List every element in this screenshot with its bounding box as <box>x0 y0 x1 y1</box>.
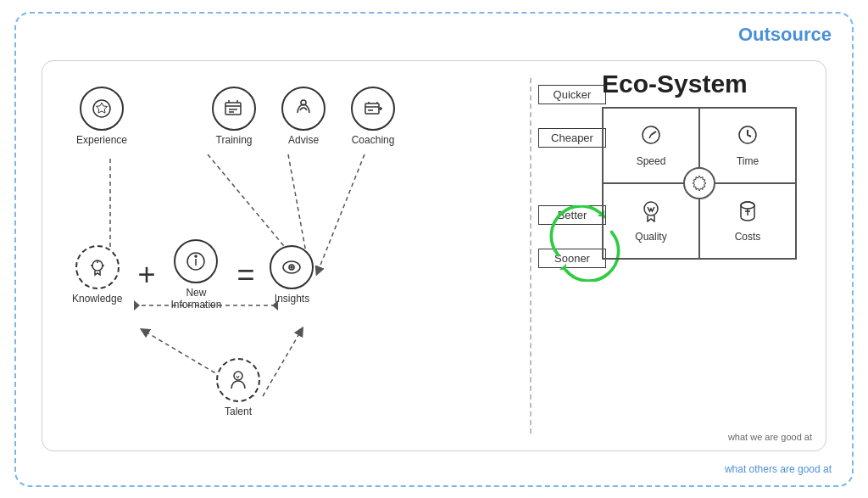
what-others-label: what others are good at <box>725 463 832 475</box>
time-icon <box>736 123 760 152</box>
speed-icon <box>639 123 663 152</box>
equals-operator: = <box>236 257 254 293</box>
outer-container: Outsource what others are good at what w… <box>14 12 854 487</box>
svg-point-35 <box>291 266 292 268</box>
svg-rect-19 <box>365 104 379 114</box>
ecosystem-grid: Speed Time <box>602 107 797 260</box>
svg-line-3 <box>318 154 364 271</box>
coaching-icon <box>351 87 395 131</box>
training-label: Training <box>216 134 253 146</box>
new-information-label: New Information <box>170 287 221 311</box>
divider <box>530 78 531 434</box>
inner-box: what we are good at <box>42 60 826 451</box>
insights-label: Insights <box>275 293 309 305</box>
training-icon <box>212 87 256 131</box>
experience-item: Experience <box>76 87 127 146</box>
knowledge-item: Knowledge <box>72 245 122 305</box>
left-section: Experience <box>59 78 526 400</box>
svg-point-42 <box>741 202 754 209</box>
costs-icon <box>736 199 760 227</box>
quality-icon <box>639 199 663 227</box>
talent-label: Talent <box>225 406 252 417</box>
training-item: Training <box>212 87 256 146</box>
time-label: Time <box>737 155 759 167</box>
coaching-item: Coaching <box>351 87 395 146</box>
insights-icon <box>270 245 314 289</box>
ecosystem-section: Eco-System Speed <box>602 70 848 260</box>
advise-label: Advise <box>288 134 319 146</box>
quicker-box: Quicker <box>538 85 606 104</box>
eco-cell-costs: Costs <box>699 183 796 259</box>
experience-label: Experience <box>76 134 127 146</box>
talent-item: Talent <box>216 358 260 417</box>
svg-rect-12 <box>225 103 241 115</box>
svg-point-32 <box>195 255 197 257</box>
what-good-label: what we are good at <box>728 432 812 442</box>
new-information-icon <box>174 239 218 283</box>
svg-point-36 <box>234 372 242 380</box>
bottom-row: Knowledge + New Information = <box>72 239 314 311</box>
speed-label: Speed <box>637 155 666 167</box>
outsource-label: Outsource <box>738 24 832 46</box>
advise-icon <box>281 87 326 131</box>
top-icons-row: Experience <box>76 87 395 146</box>
eco-center-gear <box>683 167 715 199</box>
eco-cell-time: Time <box>699 108 796 183</box>
experience-icon <box>80 87 124 131</box>
coaching-label: Coaching <box>352 134 395 146</box>
eco-cell-quality: Quality <box>603 183 699 259</box>
eco-cell-speed: Speed <box>603 108 699 183</box>
quicker-item: Quicker <box>538 85 606 111</box>
costs-label: Costs <box>735 231 761 243</box>
plus-operator: + <box>137 257 155 293</box>
talent-icon <box>216 358 260 402</box>
ecosystem-title: Eco-System <box>602 70 848 98</box>
cheaper-box: Cheaper <box>538 128 606 148</box>
quality-label: Quality <box>635 231 666 243</box>
new-information-item: New Information <box>170 239 221 311</box>
insights-item: Insights <box>270 245 314 305</box>
cheaper-item: Cheaper <box>538 128 606 154</box>
knowledge-label: Knowledge <box>72 293 122 305</box>
advise-item: Advise <box>281 87 326 146</box>
svg-line-6 <box>263 331 301 396</box>
knowledge-icon <box>75 245 120 289</box>
